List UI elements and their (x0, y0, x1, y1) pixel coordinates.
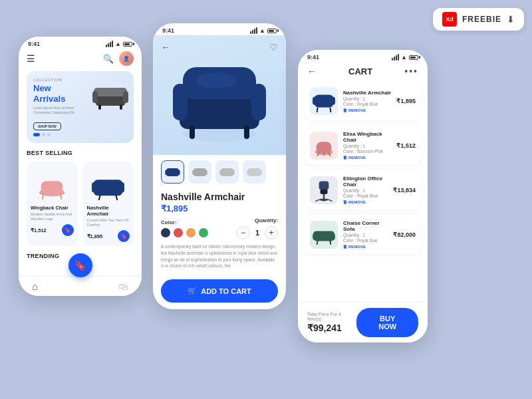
freebie-label: FREEBIE (462, 15, 501, 24)
swatch-red[interactable] (174, 228, 183, 237)
cart-item-name-2: Elisa Wingback Chair (343, 131, 391, 143)
cart-nav-icon[interactable]: 🛍 (118, 281, 128, 292)
swatch-green[interactable] (199, 228, 208, 237)
search-icon[interactable]: 🔍 (103, 54, 114, 64)
wishlist-icon[interactable]: ♡ (269, 42, 278, 53)
qty-plus-button[interactable]: + (265, 226, 278, 239)
product-card-wingback[interactable]: Wingback Chair Modern Saddle Arms And Wo… (27, 162, 78, 246)
avatar[interactable]: 👤 (119, 51, 134, 66)
svg-rect-41 (317, 142, 332, 153)
svg-line-39 (330, 108, 331, 112)
qty-number: 1 (255, 229, 259, 237)
detail-description: A contemporary twist on classic mid-cent… (161, 243, 278, 269)
product-grid: Wingback Chair Modern Saddle Arms And Wo… (27, 162, 134, 246)
svg-point-22 (196, 72, 236, 88)
svg-line-55 (317, 241, 318, 244)
bookmark-wingback[interactable]: 🔖 (62, 224, 74, 236)
cart-list: Nashville Armchair Quantity : 1 Color : … (298, 82, 428, 281)
total-info: Total Price For 4 Item(s) ₹99,241 (307, 312, 356, 333)
svg-rect-28 (205, 170, 207, 175)
freebie-badge[interactable]: Xd FREEBIE ⬇ (433, 8, 524, 31)
cart-item-price-1: ₹1,895 (396, 98, 416, 104)
svg-rect-30 (219, 170, 222, 175)
cart-item-price-2: ₹1,512 (396, 142, 416, 149)
product-footer-nashville: ₹1,895 🔖 (87, 230, 130, 242)
cart-back-arrow[interactable]: ← (307, 66, 317, 76)
more-dots[interactable]: ••• (404, 66, 418, 76)
cart-item-qty-1: Quantity : 1 (343, 96, 391, 101)
svg-line-56 (330, 241, 331, 244)
total-label: Total Price For 4 Item(s) (307, 312, 356, 321)
svg-rect-12 (119, 182, 125, 192)
product-card-nashville[interactable]: Nashville Armchair Curved With Two Tiers… (83, 162, 134, 246)
svg-line-49 (315, 200, 319, 201)
cart-item-qty-4: Quantity : 1 (343, 233, 388, 237)
product-name-nashville: Nashville Armchair (87, 205, 130, 217)
nav-right: 🔍 👤 (103, 51, 134, 66)
svg-line-38 (317, 108, 318, 112)
swatch-blue[interactable] (161, 228, 170, 237)
svg-rect-33 (247, 170, 249, 175)
download-icon[interactable]: ⬇ (507, 14, 515, 25)
cart-fab-button[interactable]: 🔖 (68, 253, 92, 277)
signal-bars (106, 41, 113, 47)
thumb-3[interactable] (215, 160, 239, 184)
buy-now-button[interactable]: BUY NOW (356, 308, 418, 337)
thumb-2[interactable] (188, 160, 211, 184)
banner-dots (33, 133, 90, 136)
shop-now-button[interactable]: SHOP NOW (33, 122, 61, 130)
svg-rect-3 (123, 91, 128, 103)
svg-rect-36 (313, 96, 317, 104)
thumb-4[interactable] (243, 160, 266, 184)
cart-item-name-1: Nashville Armchair (343, 90, 391, 96)
battery-icon (123, 42, 132, 47)
thumb-1[interactable] (161, 160, 184, 184)
svg-line-13 (99, 196, 100, 200)
remove-btn-3[interactable]: 🗑REMOVE (343, 200, 388, 204)
swatch-orange[interactable] (186, 228, 196, 237)
svg-rect-45 (319, 182, 329, 190)
cart-item-color-4: Color : Royal blue (343, 238, 388, 243)
remove-btn-2[interactable]: 🗑REMOVE (343, 156, 391, 160)
svg-rect-34 (259, 170, 262, 175)
phone-product: 9:41 ▲ ← ♡ (153, 23, 286, 309)
home-nav-icon[interactable]: ⌂ (32, 281, 38, 292)
cart-item-img-3 (310, 176, 338, 204)
back-arrow[interactable]: ← (161, 42, 170, 53)
menu-icon[interactable]: ☰ (27, 53, 35, 64)
color-label: Color: (161, 219, 208, 225)
remove-btn-1[interactable]: 🗑REMOVE (343, 108, 391, 112)
xd-icon: Xd (442, 12, 457, 27)
qty-minus-button[interactable]: − (237, 226, 250, 239)
cart-item-qty-2: Quantity : 1 (343, 144, 391, 148)
hero-subtitle: Lorem ipsum dolor sit Amet, Consectetur … (33, 106, 90, 115)
svg-rect-35 (315, 94, 333, 107)
cart-item-color-1: Color : Royal Blue (343, 102, 391, 106)
remove-btn-4[interactable]: 🗑REMOVE (343, 245, 388, 249)
bottom-nav: ⌂ 🛍 (19, 276, 142, 296)
cart-item-2: Elisa Wingback Chair Quantity : 1 Color … (305, 126, 421, 165)
cart-item-color-3: Color : Royal Blue (343, 194, 388, 198)
status-bar-2: 9:41 ▲ (153, 23, 286, 35)
hero-text: COLLECTION New Arrivals Lorem ipsum dolo… (33, 78, 90, 136)
hero-title: New Arrivals (33, 83, 90, 104)
add-to-cart-button[interactable]: 🛒 ADD TO CART (161, 279, 278, 303)
status-time-1: 9:41 (28, 41, 40, 47)
thumbnail-row (153, 155, 286, 189)
svg-rect-37 (331, 96, 335, 104)
svg-rect-53 (313, 233, 317, 239)
product-detail-info: Nashville Armchair ₹1,895 Color: Quantit… (153, 189, 286, 277)
detail-product-name: Nashville Armchair (161, 192, 278, 202)
svg-rect-23 (166, 168, 179, 176)
cart-item-info-2: Elisa Wingback Chair Quantity : 1 Color … (343, 131, 391, 160)
product-price-wingback: ₹1,512 (31, 227, 47, 233)
cart-item-1: Nashville Armchair Quantity : 1 Color : … (305, 82, 421, 120)
total-price: ₹99,241 (307, 323, 356, 333)
product-name-wingback: Wingback Chair (31, 205, 74, 211)
svg-rect-4 (98, 104, 101, 110)
phone-home: 9:41 ▲ ☰ 🔍 👤 COLLECTION (19, 37, 142, 296)
product-price-nashville: ₹1,895 (87, 233, 103, 239)
bookmark-nashville[interactable]: 🔖 (118, 230, 130, 242)
svg-rect-10 (94, 180, 122, 196)
cart-item-color-2: Color : Blossom Pink (343, 149, 391, 154)
